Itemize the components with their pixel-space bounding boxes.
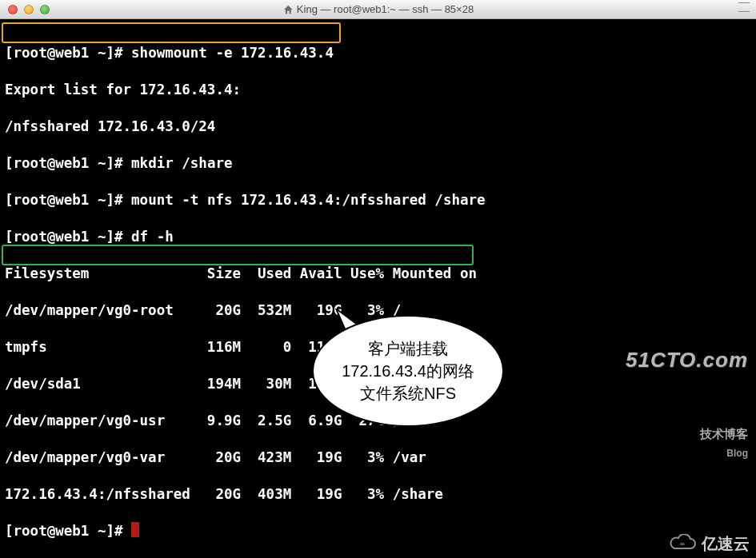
window-titlebar: King — root@web1:~ — ssh — 85×28 — [0, 0, 756, 19]
df-row-0: /dev/mapper/vg0-root 20G 532M 19G 3% / — [5, 301, 751, 320]
line-exportlist: Export list for 172.16.43.4: — [5, 81, 751, 99]
minimize-button[interactable] — [24, 5, 34, 14]
terminal[interactable]: [root@web1 ~]# showmount -e 172.16.43.4 … — [0, 19, 756, 558]
highlight-nfsrow — [2, 245, 474, 265]
df-row-2: /dev/sda1 194M 30M 155M 16% /boot — [5, 375, 751, 393]
titlebar-right-icon[interactable] — [738, 2, 751, 15]
traffic-lights — [0, 5, 50, 14]
window-title: King — root@web1:~ — ssh — 85×28 — [282, 3, 474, 15]
line-mount: [root@web1 ~]# mount -t nfs 172.16.43.4:… — [5, 191, 751, 209]
prompt-idle: [root@web1 ~]# — [5, 522, 751, 540]
df-row-1: tmpfs 116M 0 116M 0% /dev/shm — [5, 338, 751, 357]
df-row-4: /dev/mapper/vg0-var 20G 423M 19G 3% /var — [5, 448, 751, 467]
line-mkdir: [root@web1 ~]# mkdir /share — [5, 154, 751, 173]
svg-text:∞: ∞ — [680, 540, 685, 548]
df-row-5: 172.16.43.4:/nfsshared 20G 403M 19G 3% /… — [5, 485, 751, 504]
maximize-button[interactable] — [40, 5, 50, 14]
home-icon — [282, 4, 294, 15]
df-header: Filesystem Size Used Avail Use% Mounted … — [5, 265, 751, 283]
line-df: [root@web1 ~]# df -h — [5, 228, 751, 246]
highlight-showmount — [2, 22, 341, 43]
title-text: King — root@web1:~ — ssh — 85×28 — [297, 3, 474, 15]
close-button[interactable] — [8, 5, 18, 14]
cursor-block — [131, 522, 139, 537]
line-showmount: [root@web1 ~]# showmount -e 172.16.43.4 — [5, 44, 751, 62]
df-row-3: /dev/mapper/vg0-usr 9.9G 2.5G 6.9G 27% /… — [5, 412, 751, 430]
line-exportentry: /nfsshared 172.16.43.0/24 — [5, 118, 751, 136]
